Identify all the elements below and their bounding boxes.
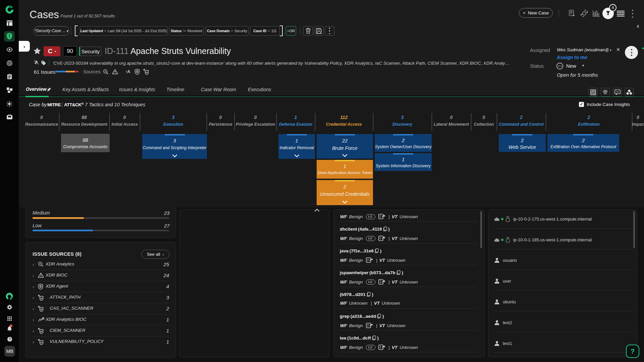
svg-text:A: A — [127, 69, 130, 74]
svg-text:?: ? — [9, 338, 11, 341]
svg-text:A: A — [42, 317, 44, 320]
